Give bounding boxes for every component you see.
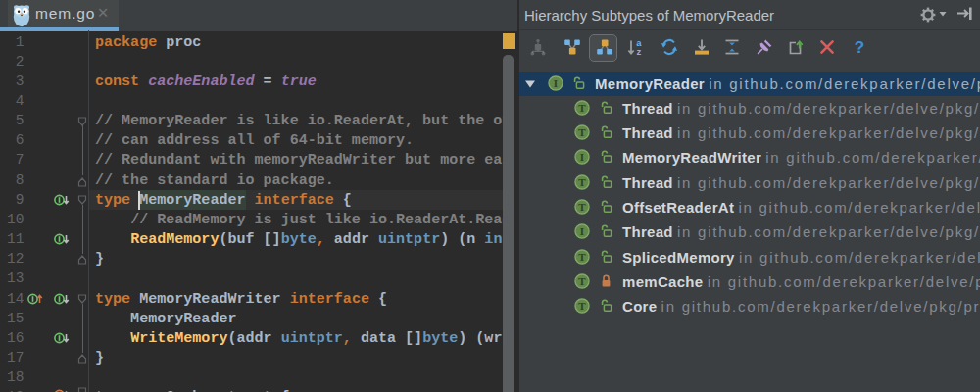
svg-text:T: T xyxy=(578,201,586,213)
svg-text:T: T xyxy=(578,126,586,138)
svg-text:z: z xyxy=(636,46,641,56)
svg-text:T: T xyxy=(578,176,586,188)
svg-text:T: T xyxy=(578,275,586,287)
svg-text:I: I xyxy=(554,77,558,89)
svg-text:T: T xyxy=(578,300,586,312)
svg-text:T: T xyxy=(578,102,586,114)
svg-text:I: I xyxy=(580,151,584,163)
svg-text:T: T xyxy=(578,251,586,263)
svg-text:?: ? xyxy=(855,38,864,56)
svg-text:I: I xyxy=(580,225,584,237)
